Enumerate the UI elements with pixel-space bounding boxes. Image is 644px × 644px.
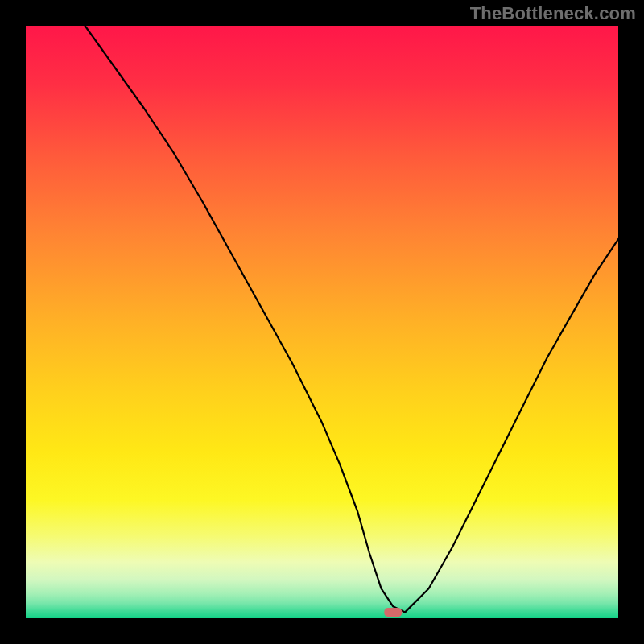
- optimal-point-marker: [384, 608, 402, 617]
- chart-svg: [26, 26, 618, 618]
- plot-area: [26, 26, 618, 618]
- chart-frame: TheBottleneck.com: [0, 0, 644, 644]
- gradient-background: [26, 26, 618, 618]
- watermark-text: TheBottleneck.com: [470, 3, 636, 24]
